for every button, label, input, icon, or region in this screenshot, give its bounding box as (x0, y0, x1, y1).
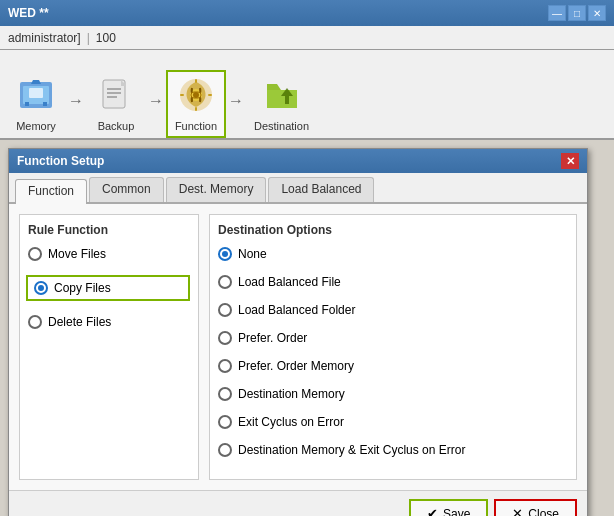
destination-memory-exit-radio[interactable] (218, 443, 232, 457)
function-icon (175, 74, 217, 116)
arrow-1: → (66, 92, 86, 110)
backup-icon (95, 74, 137, 116)
prefer-order-memory-label: Prefer. Order Memory (238, 359, 354, 373)
destination-label: Destination (254, 120, 309, 132)
svg-rect-4 (25, 102, 29, 106)
svg-rect-15 (195, 79, 197, 83)
destination-memory-option[interactable]: Destination Memory (218, 387, 568, 401)
svg-rect-8 (107, 88, 121, 90)
address-user: administrator] (8, 31, 81, 45)
title-bar: WED ** — □ ✕ (0, 0, 614, 26)
none-radio[interactable] (218, 247, 232, 261)
delete-files-label: Delete Files (48, 315, 111, 329)
copy-files-option[interactable]: Copy Files (26, 275, 190, 301)
function-label: Function (175, 120, 217, 132)
prefer-order-memory-radio[interactable] (218, 359, 232, 373)
load-balanced-file-radio[interactable] (218, 275, 232, 289)
maximize-button[interactable]: □ (568, 5, 586, 21)
destination-memory-exit-option[interactable]: Destination Memory & Exit Cyclus on Erro… (218, 443, 568, 457)
destination-options-title: Destination Options (218, 223, 568, 237)
copy-files-radio[interactable] (34, 281, 48, 295)
svg-rect-17 (180, 94, 184, 96)
svg-point-14 (193, 92, 199, 98)
destination-memory-radio[interactable] (218, 387, 232, 401)
svg-rect-5 (43, 102, 47, 106)
delete-files-radio[interactable] (28, 315, 42, 329)
backup-label: Backup (98, 120, 135, 132)
tab-dest-memory[interactable]: Dest. Memory (166, 177, 267, 202)
svg-rect-18 (208, 94, 212, 96)
memory-icon (15, 74, 57, 116)
prefer-order-radio[interactable] (218, 331, 232, 345)
svg-marker-2 (31, 80, 41, 84)
save-button[interactable]: ✔ Save (409, 499, 488, 516)
dialog-body: Rule Function Move Files Copy Files Dele… (9, 204, 587, 490)
exit-cyclus-label: Exit Cyclus on Error (238, 415, 344, 429)
move-files-option[interactable]: Move Files (28, 247, 190, 261)
dialog-footer: ✔ Save ✕ Close (9, 490, 587, 516)
main-content: Function Setup ✕ Function Common Dest. M… (0, 140, 614, 516)
svg-rect-10 (107, 96, 117, 98)
destination-icon (261, 74, 303, 116)
load-balanced-folder-radio[interactable] (218, 303, 232, 317)
load-balanced-folder-label: Load Balanced Folder (238, 303, 355, 317)
exit-cyclus-radio[interactable] (218, 415, 232, 429)
load-balanced-file-option[interactable]: Load Balanced File (218, 275, 568, 289)
prefer-order-memory-option[interactable]: Prefer. Order Memory (218, 359, 568, 373)
save-label: Save (443, 507, 470, 517)
delete-files-option[interactable]: Delete Files (28, 315, 190, 329)
move-files-label: Move Files (48, 247, 106, 261)
window-controls: — □ ✕ (548, 5, 606, 21)
function-setup-dialog: Function Setup ✕ Function Common Dest. M… (8, 148, 588, 516)
address-bar: administrator] | 100 (0, 26, 614, 50)
close-button[interactable]: ✕ (588, 5, 606, 21)
dialog-close-button[interactable]: ✕ (561, 153, 579, 169)
move-files-radio[interactable] (28, 247, 42, 261)
none-label: None (238, 247, 267, 261)
copy-files-label: Copy Files (54, 281, 111, 295)
none-option[interactable]: None (218, 247, 568, 261)
toolbar: Memory → Backup → (0, 50, 614, 140)
prefer-order-option[interactable]: Prefer. Order (218, 331, 568, 345)
address-separator: | (87, 31, 90, 45)
destination-memory-exit-label: Destination Memory & Exit Cyclus on Erro… (238, 443, 465, 457)
close-label: Close (528, 507, 559, 517)
tab-function[interactable]: Function (15, 179, 87, 204)
tab-common[interactable]: Common (89, 177, 164, 202)
tab-load-balanced[interactable]: Load Balanced (268, 177, 374, 202)
prefer-order-label: Prefer. Order (238, 331, 307, 345)
toolbar-item-backup[interactable]: Backup (86, 70, 146, 138)
svg-rect-3 (29, 88, 43, 98)
address-value: 100 (96, 31, 116, 45)
window-title: WED ** (8, 6, 49, 20)
toolbar-item-memory[interactable]: Memory (6, 70, 66, 138)
minimize-button[interactable]: — (548, 5, 566, 21)
destination-memory-label: Destination Memory (238, 387, 345, 401)
destination-options-panel: Destination Options None Load Balanced F… (209, 214, 577, 480)
tab-bar: Function Common Dest. Memory Load Balanc… (9, 173, 587, 204)
close-icon: ✕ (512, 506, 523, 516)
arrow-3: → (226, 92, 246, 110)
load-balanced-folder-option[interactable]: Load Balanced Folder (218, 303, 568, 317)
svg-rect-9 (107, 92, 121, 94)
toolbar-item-destination[interactable]: Destination (246, 70, 317, 138)
memory-label: Memory (16, 120, 56, 132)
save-icon: ✔ (427, 506, 438, 516)
rule-function-title: Rule Function (28, 223, 190, 237)
arrow-2: → (146, 92, 166, 110)
exit-cyclus-option[interactable]: Exit Cyclus on Error (218, 415, 568, 429)
dialog-title: Function Setup (17, 154, 104, 168)
toolbar-item-function[interactable]: Function (166, 70, 226, 138)
rule-function-panel: Rule Function Move Files Copy Files Dele… (19, 214, 199, 480)
close-dialog-button[interactable]: ✕ Close (494, 499, 577, 516)
svg-rect-16 (195, 107, 197, 111)
dialog-titlebar: Function Setup ✕ (9, 149, 587, 173)
load-balanced-file-label: Load Balanced File (238, 275, 341, 289)
